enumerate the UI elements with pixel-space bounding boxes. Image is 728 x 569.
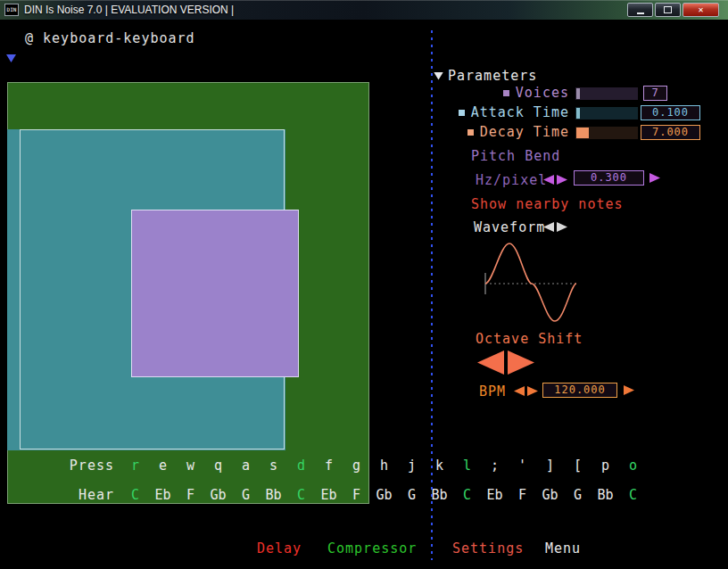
decay-label: Decay Time — [480, 124, 569, 140]
window-controls: ✕ — [627, 3, 719, 17]
minimize-button[interactable] — [627, 3, 653, 17]
voices-value[interactable]: 7 — [643, 86, 667, 101]
note-label: Bb — [592, 487, 619, 503]
key-label: ' — [509, 458, 536, 474]
bpm-increment-arrow[interactable] — [527, 386, 538, 396]
key-label: e — [149, 458, 177, 474]
octave-down-arrow[interactable] — [477, 350, 504, 375]
waveform-display[interactable] — [476, 235, 582, 326]
note-label: Eb — [149, 487, 177, 503]
note-label: C — [287, 487, 315, 503]
title-bar: DIN DIN Is Noise 7.0 | EVALUATION VERSIO… — [0, 0, 728, 20]
octave-shift-arrows — [477, 350, 534, 375]
key-label: a — [232, 458, 260, 474]
press-keys-row: r e w q a s d f g h j k l ; ' ] [ p o — [121, 458, 647, 474]
attack-value[interactable]: 0.100 — [641, 105, 700, 120]
waveform-next-arrow[interactable] — [557, 222, 567, 232]
key-label: ; — [481, 458, 509, 474]
note-label: G — [232, 487, 260, 503]
voices-row: Voices — [428, 86, 569, 100]
note-label: F — [177, 487, 204, 503]
hz-step-arrow[interactable] — [649, 173, 660, 183]
key-label: l — [453, 458, 481, 474]
voices-icon — [503, 90, 509, 96]
hz-per-pixel-label: Hz/pixel — [476, 172, 547, 188]
menu-item-compressor[interactable]: Compressor — [327, 540, 417, 557]
note-label: Eb — [315, 487, 343, 503]
decay-slider-fill — [576, 128, 589, 138]
key-label: r — [121, 458, 149, 474]
menu-item-delay[interactable]: Delay — [257, 540, 302, 557]
note-label: Eb — [481, 487, 509, 503]
key-label: f — [315, 458, 343, 474]
octave-shift-label: Octave Shift — [476, 331, 583, 347]
note-label: Bb — [426, 487, 453, 503]
key-label: q — [204, 458, 232, 474]
note-label: G — [398, 487, 426, 503]
decay-value[interactable]: 7.000 — [641, 125, 700, 140]
minimize-icon — [637, 12, 644, 14]
press-label: Press — [55, 458, 114, 474]
collapse-icon — [434, 72, 443, 80]
show-nearby-notes-toggle[interactable]: Show nearby notes — [471, 196, 624, 212]
attack-row: Attack Time — [428, 105, 569, 120]
octave-up-arrow[interactable] — [508, 350, 534, 375]
decay-icon — [467, 129, 474, 136]
attack-label: Attack Time — [471, 104, 569, 120]
attack-slider-fill — [576, 108, 580, 119]
key-label: h — [370, 458, 398, 474]
menu-item-settings[interactable]: Settings — [452, 540, 524, 557]
bpm-label: BPM — [479, 383, 506, 400]
note-label: C — [453, 487, 481, 503]
key-label: ] — [536, 458, 564, 474]
app-icon[interactable]: DIN — [4, 4, 19, 16]
maximize-icon — [664, 6, 672, 13]
key-label: o — [619, 458, 647, 474]
key-label: d — [287, 458, 315, 474]
key-label: j — [398, 458, 426, 474]
hear-notes-row: C Eb F Gb G Bb C Eb F Gb G Bb C Eb F Gb … — [121, 487, 647, 503]
key-label: w — [177, 458, 204, 474]
note-label: G — [564, 487, 592, 503]
note-label: Gb — [536, 487, 564, 503]
parameters-title: Parameters — [448, 68, 537, 84]
note-label: Bb — [260, 487, 287, 503]
hear-label: Hear — [55, 487, 114, 503]
key-label: k — [426, 458, 453, 474]
window-title: DIN Is Noise 7.0 | EVALUATION VERSION | — [24, 4, 234, 16]
key-label: [ — [564, 458, 592, 474]
voices-slider[interactable] — [575, 87, 638, 100]
parameters-header[interactable]: Parameters — [434, 68, 537, 84]
note-label: C — [121, 487, 149, 503]
decay-slider[interactable] — [575, 127, 638, 139]
hz-increment-arrow[interactable] — [557, 175, 567, 185]
patch-name: @ keyboard-keyboard — [25, 30, 195, 46]
note-label: F — [343, 487, 370, 503]
key-label: p — [592, 458, 619, 474]
pitch-bend-label: Pitch Bend — [471, 148, 560, 164]
key-label: g — [343, 458, 370, 474]
hz-per-pixel-value[interactable]: 0.300 — [574, 170, 644, 186]
note-label: Gb — [370, 487, 398, 503]
voices-slider-fill — [576, 88, 580, 99]
note-label: C — [619, 487, 647, 503]
waveform-label: Waveform — [474, 219, 545, 235]
bpm-step-arrow[interactable] — [624, 385, 634, 395]
maximize-button[interactable] — [655, 3, 681, 17]
attack-icon — [459, 110, 465, 116]
attack-slider[interactable] — [575, 107, 638, 120]
bpm-value[interactable]: 120.000 — [542, 383, 617, 398]
bpm-decrement-arrow[interactable] — [514, 386, 525, 396]
close-icon: ✕ — [698, 5, 703, 14]
board-marker-icon[interactable] — [6, 54, 16, 62]
decay-row: Decay Time — [428, 125, 569, 139]
note-label: F — [509, 487, 536, 503]
selection-overlay — [131, 210, 299, 377]
key-label: s — [260, 458, 287, 474]
app-window: DIN DIN Is Noise 7.0 | EVALUATION VERSIO… — [0, 0, 728, 569]
note-label: Gb — [204, 487, 232, 503]
voices-label: Voices — [516, 85, 569, 101]
close-button[interactable]: ✕ — [682, 3, 719, 17]
menu-item-menu[interactable]: Menu — [545, 540, 581, 557]
